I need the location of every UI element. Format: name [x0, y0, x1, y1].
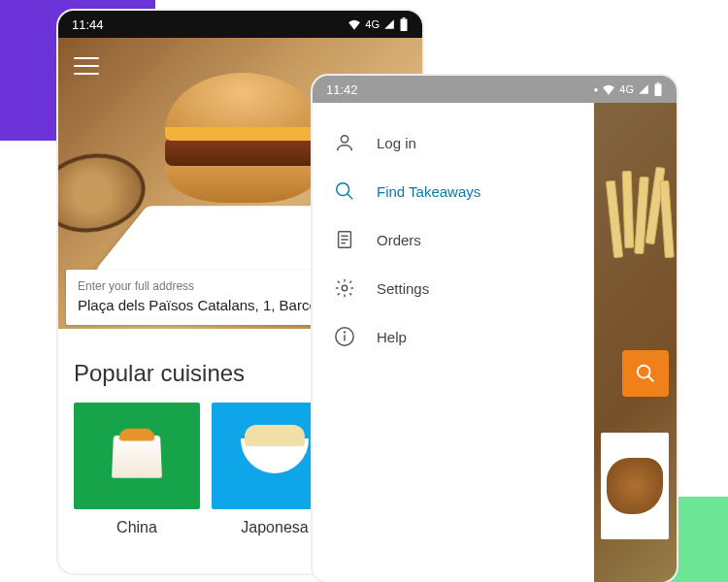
cuisine-label: China [74, 519, 200, 536]
status-time: 11:44 [72, 17, 104, 32]
cuisine-image [74, 403, 200, 509]
svg-rect-3 [657, 82, 660, 83]
svg-point-4 [341, 136, 347, 143]
menu-label: Help [377, 329, 407, 345]
wifi-icon [347, 18, 361, 30]
menu-item-login[interactable]: Log in [330, 118, 577, 167]
menu-label: Log in [377, 135, 416, 151]
svg-point-5 [337, 183, 349, 196]
drawer-scrim[interactable] [594, 103, 677, 582]
wifi-icon [602, 83, 615, 95]
svg-line-16 [648, 376, 654, 382]
battery-icon [653, 82, 663, 96]
food-illustration-burger [165, 73, 320, 218]
search-icon [334, 180, 355, 202]
battery-icon [399, 17, 409, 31]
takeout-box-icon [112, 436, 162, 478]
nav-drawer: Log in Find Takeaways Orders Settings [313, 103, 594, 582]
cuisine-card-partial [601, 433, 669, 539]
svg-point-11 [342, 285, 347, 291]
menu-item-help[interactable]: Help [330, 312, 577, 361]
cuisine-card-china[interactable]: China [74, 403, 200, 536]
menu-label: Orders [377, 232, 421, 248]
status-indicators: 4G [347, 17, 409, 31]
status-bar: 11:42 ● 4G [313, 76, 677, 103]
svg-rect-0 [401, 18, 408, 31]
gear-icon [334, 277, 355, 299]
person-icon [334, 132, 355, 153]
svg-line-6 [347, 194, 353, 200]
menu-label: Find Takeaways [377, 183, 480, 200]
food-illustration-fries [604, 151, 677, 297]
svg-rect-2 [655, 83, 662, 96]
search-button[interactable] [622, 350, 669, 397]
svg-point-14 [345, 332, 346, 333]
signal-icon [383, 18, 395, 30]
info-icon [334, 326, 355, 347]
menu-item-find-takeaways[interactable]: Find Takeaways [330, 167, 577, 215]
search-icon [635, 363, 656, 384]
svg-rect-1 [403, 17, 406, 18]
signal-icon [638, 83, 649, 95]
status-bar: 11:44 4G [58, 11, 422, 38]
receipt-icon [334, 229, 355, 250]
phone-right: 11:42 ● 4G Log in Find Takeaways [313, 76, 677, 582]
status-indicators: ● 4G [593, 82, 663, 96]
menu-icon[interactable] [74, 57, 99, 75]
menu-label: Settings [377, 280, 429, 297]
status-time: 11:42 [326, 82, 358, 97]
network-label: 4G [619, 83, 634, 95]
network-label: 4G [365, 18, 380, 30]
svg-point-15 [638, 366, 650, 378]
menu-item-settings[interactable]: Settings [330, 264, 577, 312]
bowl-icon [241, 438, 309, 473]
menu-item-orders[interactable]: Orders [330, 215, 577, 264]
